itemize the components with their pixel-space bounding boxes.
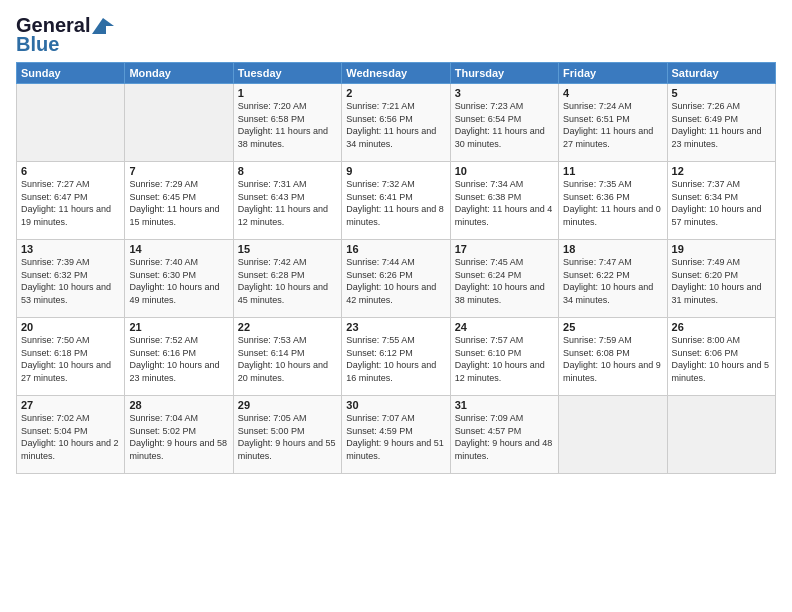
- calendar-cell: 14 Sunrise: 7:40 AMSunset: 6:30 PMDaylig…: [125, 240, 233, 318]
- day-number: 21: [129, 321, 228, 333]
- calendar-header: SundayMondayTuesdayWednesdayThursdayFrid…: [17, 63, 776, 84]
- day-info: Sunrise: 7:35 AMSunset: 6:36 PMDaylight:…: [563, 178, 662, 228]
- weekday-header: Tuesday: [233, 63, 341, 84]
- calendar-cell: 10 Sunrise: 7:34 AMSunset: 6:38 PMDaylig…: [450, 162, 558, 240]
- calendar-cell: 2 Sunrise: 7:21 AMSunset: 6:56 PMDayligh…: [342, 84, 450, 162]
- day-number: 18: [563, 243, 662, 255]
- calendar-cell: 20 Sunrise: 7:50 AMSunset: 6:18 PMDaylig…: [17, 318, 125, 396]
- day-info: Sunrise: 7:31 AMSunset: 6:43 PMDaylight:…: [238, 178, 337, 228]
- calendar-cell: 23 Sunrise: 7:55 AMSunset: 6:12 PMDaylig…: [342, 318, 450, 396]
- day-number: 12: [672, 165, 771, 177]
- day-info: Sunrise: 7:26 AMSunset: 6:49 PMDaylight:…: [672, 100, 771, 150]
- day-info: Sunrise: 7:02 AMSunset: 5:04 PMDaylight:…: [21, 412, 120, 462]
- logo-icon: [92, 18, 114, 34]
- calendar-cell: 18 Sunrise: 7:47 AMSunset: 6:22 PMDaylig…: [559, 240, 667, 318]
- calendar-cell: 27 Sunrise: 7:02 AMSunset: 5:04 PMDaylig…: [17, 396, 125, 474]
- calendar-cell: [559, 396, 667, 474]
- day-number: 29: [238, 399, 337, 411]
- calendar-cell: 8 Sunrise: 7:31 AMSunset: 6:43 PMDayligh…: [233, 162, 341, 240]
- calendar-cell: 11 Sunrise: 7:35 AMSunset: 6:36 PMDaylig…: [559, 162, 667, 240]
- weekday-header: Wednesday: [342, 63, 450, 84]
- day-number: 8: [238, 165, 337, 177]
- calendar-cell: 29 Sunrise: 7:05 AMSunset: 5:00 PMDaylig…: [233, 396, 341, 474]
- day-info: Sunrise: 7:40 AMSunset: 6:30 PMDaylight:…: [129, 256, 228, 306]
- calendar-cell: 4 Sunrise: 7:24 AMSunset: 6:51 PMDayligh…: [559, 84, 667, 162]
- day-info: Sunrise: 8:00 AMSunset: 6:06 PMDaylight:…: [672, 334, 771, 384]
- calendar-cell: 31 Sunrise: 7:09 AMSunset: 4:57 PMDaylig…: [450, 396, 558, 474]
- day-info: Sunrise: 7:23 AMSunset: 6:54 PMDaylight:…: [455, 100, 554, 150]
- day-number: 10: [455, 165, 554, 177]
- calendar-cell: 3 Sunrise: 7:23 AMSunset: 6:54 PMDayligh…: [450, 84, 558, 162]
- day-number: 25: [563, 321, 662, 333]
- calendar-week: 6 Sunrise: 7:27 AMSunset: 6:47 PMDayligh…: [17, 162, 776, 240]
- calendar-cell: 24 Sunrise: 7:57 AMSunset: 6:10 PMDaylig…: [450, 318, 558, 396]
- calendar-cell: [17, 84, 125, 162]
- day-info: Sunrise: 7:53 AMSunset: 6:14 PMDaylight:…: [238, 334, 337, 384]
- day-info: Sunrise: 7:37 AMSunset: 6:34 PMDaylight:…: [672, 178, 771, 228]
- logo: General Blue: [16, 14, 114, 56]
- calendar-cell: 28 Sunrise: 7:04 AMSunset: 5:02 PMDaylig…: [125, 396, 233, 474]
- day-number: 2: [346, 87, 445, 99]
- calendar-cell: 17 Sunrise: 7:45 AMSunset: 6:24 PMDaylig…: [450, 240, 558, 318]
- day-info: Sunrise: 7:47 AMSunset: 6:22 PMDaylight:…: [563, 256, 662, 306]
- calendar-cell: 26 Sunrise: 8:00 AMSunset: 6:06 PMDaylig…: [667, 318, 775, 396]
- day-info: Sunrise: 7:57 AMSunset: 6:10 PMDaylight:…: [455, 334, 554, 384]
- day-number: 27: [21, 399, 120, 411]
- day-number: 26: [672, 321, 771, 333]
- day-info: Sunrise: 7:34 AMSunset: 6:38 PMDaylight:…: [455, 178, 554, 228]
- day-info: Sunrise: 7:21 AMSunset: 6:56 PMDaylight:…: [346, 100, 445, 150]
- weekday-header: Sunday: [17, 63, 125, 84]
- day-number: 15: [238, 243, 337, 255]
- calendar-cell: 30 Sunrise: 7:07 AMSunset: 4:59 PMDaylig…: [342, 396, 450, 474]
- calendar-cell: 13 Sunrise: 7:39 AMSunset: 6:32 PMDaylig…: [17, 240, 125, 318]
- weekday-header: Monday: [125, 63, 233, 84]
- day-number: 22: [238, 321, 337, 333]
- day-number: 19: [672, 243, 771, 255]
- day-info: Sunrise: 7:50 AMSunset: 6:18 PMDaylight:…: [21, 334, 120, 384]
- calendar-cell: 25 Sunrise: 7:59 AMSunset: 6:08 PMDaylig…: [559, 318, 667, 396]
- day-info: Sunrise: 7:52 AMSunset: 6:16 PMDaylight:…: [129, 334, 228, 384]
- day-info: Sunrise: 7:24 AMSunset: 6:51 PMDaylight:…: [563, 100, 662, 150]
- calendar-cell: 9 Sunrise: 7:32 AMSunset: 6:41 PMDayligh…: [342, 162, 450, 240]
- calendar-cell: 22 Sunrise: 7:53 AMSunset: 6:14 PMDaylig…: [233, 318, 341, 396]
- weekday-header: Friday: [559, 63, 667, 84]
- day-info: Sunrise: 7:07 AMSunset: 4:59 PMDaylight:…: [346, 412, 445, 462]
- calendar-cell: 16 Sunrise: 7:44 AMSunset: 6:26 PMDaylig…: [342, 240, 450, 318]
- day-number: 9: [346, 165, 445, 177]
- day-number: 3: [455, 87, 554, 99]
- day-info: Sunrise: 7:05 AMSunset: 5:00 PMDaylight:…: [238, 412, 337, 462]
- weekday-header: Saturday: [667, 63, 775, 84]
- day-number: 20: [21, 321, 120, 333]
- calendar-week: 13 Sunrise: 7:39 AMSunset: 6:32 PMDaylig…: [17, 240, 776, 318]
- calendar-week: 20 Sunrise: 7:50 AMSunset: 6:18 PMDaylig…: [17, 318, 776, 396]
- svg-marker-0: [92, 18, 114, 34]
- day-info: Sunrise: 7:42 AMSunset: 6:28 PMDaylight:…: [238, 256, 337, 306]
- weekday-header: Thursday: [450, 63, 558, 84]
- day-info: Sunrise: 7:04 AMSunset: 5:02 PMDaylight:…: [129, 412, 228, 462]
- calendar-cell: [667, 396, 775, 474]
- day-number: 30: [346, 399, 445, 411]
- day-info: Sunrise: 7:29 AMSunset: 6:45 PMDaylight:…: [129, 178, 228, 228]
- day-info: Sunrise: 7:39 AMSunset: 6:32 PMDaylight:…: [21, 256, 120, 306]
- day-number: 5: [672, 87, 771, 99]
- calendar-cell: 7 Sunrise: 7:29 AMSunset: 6:45 PMDayligh…: [125, 162, 233, 240]
- day-number: 24: [455, 321, 554, 333]
- calendar-cell: 21 Sunrise: 7:52 AMSunset: 6:16 PMDaylig…: [125, 318, 233, 396]
- day-number: 16: [346, 243, 445, 255]
- logo-blue: Blue: [16, 33, 59, 56]
- day-number: 28: [129, 399, 228, 411]
- day-info: Sunrise: 7:45 AMSunset: 6:24 PMDaylight:…: [455, 256, 554, 306]
- day-info: Sunrise: 7:49 AMSunset: 6:20 PMDaylight:…: [672, 256, 771, 306]
- day-number: 11: [563, 165, 662, 177]
- day-info: Sunrise: 7:44 AMSunset: 6:26 PMDaylight:…: [346, 256, 445, 306]
- day-number: 4: [563, 87, 662, 99]
- day-info: Sunrise: 7:27 AMSunset: 6:47 PMDaylight:…: [21, 178, 120, 228]
- day-info: Sunrise: 7:32 AMSunset: 6:41 PMDaylight:…: [346, 178, 445, 228]
- calendar-table: SundayMondayTuesdayWednesdayThursdayFrid…: [16, 62, 776, 474]
- day-number: 13: [21, 243, 120, 255]
- calendar-cell: 5 Sunrise: 7:26 AMSunset: 6:49 PMDayligh…: [667, 84, 775, 162]
- day-number: 6: [21, 165, 120, 177]
- header: General Blue: [16, 14, 776, 56]
- day-number: 31: [455, 399, 554, 411]
- calendar-body: 1 Sunrise: 7:20 AMSunset: 6:58 PMDayligh…: [17, 84, 776, 474]
